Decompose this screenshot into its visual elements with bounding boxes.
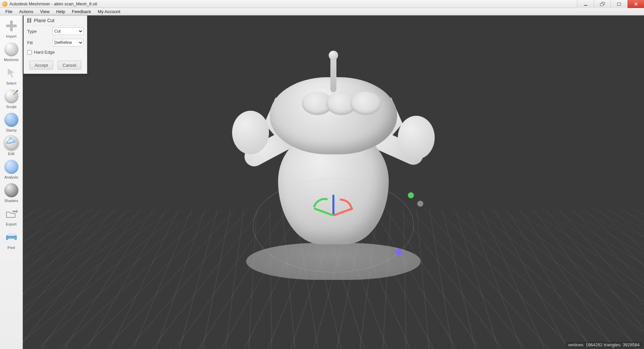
tool-label: Import (6, 34, 16, 38)
window-buttons (577, 0, 644, 8)
minimize-button[interactable] (577, 0, 594, 8)
tool-label: Analysis (4, 175, 18, 179)
wire-icon (6, 137, 16, 144)
export-icon (4, 206, 19, 221)
analysis-icon (4, 160, 18, 174)
plane-cut-panel[interactable]: Plane Cut Type Cut Fill DelRefine Hard E… (23, 15, 87, 74)
meshmix-icon (4, 42, 18, 56)
svg-marker-1 (8, 68, 14, 78)
status-vertices: 1964292 (586, 342, 603, 347)
model-eye (350, 92, 381, 115)
svg-rect-0 (584, 5, 587, 6)
tool-label: Edit (8, 152, 14, 156)
tool-select[interactable]: Select (2, 65, 21, 85)
stamp-icon (4, 113, 18, 127)
menu-bar: File Actions View Help Feedback My Accou… (0, 8, 644, 15)
tool-label: Meshmix (4, 58, 18, 62)
tool-edit[interactable]: Edit (2, 136, 21, 156)
type-select[interactable]: Cut (53, 28, 84, 35)
tool-sculpt[interactable]: Sculpt (2, 89, 21, 109)
print-icon (4, 230, 19, 245)
window-title: Autodesk Meshmixer - alien scan_Mesh_8.s… (9, 1, 97, 6)
shaders-icon (4, 183, 18, 197)
svg-rect-4 (8, 233, 15, 236)
svg-rect-5 (8, 239, 15, 242)
plane-cut-icon (27, 18, 31, 23)
tool-label: Sculpt (6, 105, 16, 109)
tool-label: Select (6, 81, 16, 85)
status-vertices-label: vertices: (568, 342, 584, 347)
tool-label: Export (6, 222, 17, 226)
tool-stamp[interactable]: Stamp (2, 112, 21, 132)
import-icon (5, 20, 17, 32)
menu-view[interactable]: View (37, 9, 53, 14)
tool-meshmix[interactable]: Meshmix (2, 42, 21, 62)
restore-button[interactable] (594, 0, 610, 8)
select-icon (4, 65, 19, 81)
cancel-button[interactable]: Cancel (58, 61, 81, 69)
status-triangles: 3928584 (623, 342, 640, 347)
hard-edge-checkbox[interactable] (27, 50, 32, 55)
tool-shaders[interactable]: Shaders (2, 183, 21, 203)
tool-analysis[interactable]: Analysis (2, 159, 21, 179)
brush-icon (12, 89, 18, 95)
menu-file[interactable]: File (2, 9, 16, 14)
tool-export[interactable]: Export (2, 206, 21, 226)
maximize-button[interactable] (610, 0, 627, 8)
tool-import[interactable]: Import (2, 18, 21, 38)
close-button[interactable] (627, 0, 644, 8)
left-toolbar: Import Meshmix Select Sculpt Stamp Edit … (0, 15, 23, 349)
viewport-3d[interactable]: vertices: 1964292 triangles: 3928584 (23, 15, 644, 349)
window-titlebar: Autodesk Meshmixer - alien scan_Mesh_8.s… (0, 0, 644, 8)
gizmo-handle-green[interactable] (408, 192, 414, 198)
model-antenna (330, 55, 336, 92)
model-hand-right (398, 116, 435, 159)
status-triangles-label: triangles: (604, 342, 622, 347)
menu-my-account[interactable]: My Account (94, 9, 123, 14)
tool-label: Shaders (4, 199, 18, 203)
menu-help[interactable]: Help (53, 9, 69, 14)
gizmo-handle-grey[interactable] (417, 201, 423, 207)
fill-select[interactable]: DelRefine (53, 39, 84, 46)
panel-header[interactable]: Plane Cut (24, 16, 87, 26)
fill-label: Fill (27, 40, 33, 45)
tool-label: Print (7, 246, 15, 250)
menu-actions[interactable]: Actions (16, 9, 37, 14)
status-bar: vertices: 1964292 triangles: 3928584 (565, 341, 643, 348)
transform-gizmo[interactable] (310, 192, 357, 239)
accept-button[interactable]: Accept (30, 61, 53, 69)
type-label: Type (27, 29, 37, 34)
menu-feedback[interactable]: Feedback (68, 9, 94, 14)
app-icon (2, 1, 7, 7)
model-hand-left (232, 111, 269, 154)
tool-label: Stamp (6, 128, 17, 132)
hard-edge-label: Hard Edge (34, 50, 55, 55)
tool-print[interactable]: Print (2, 230, 21, 250)
panel-title: Plane Cut (34, 18, 54, 23)
workspace: Import Meshmix Select Sculpt Stamp Edit … (0, 15, 644, 349)
